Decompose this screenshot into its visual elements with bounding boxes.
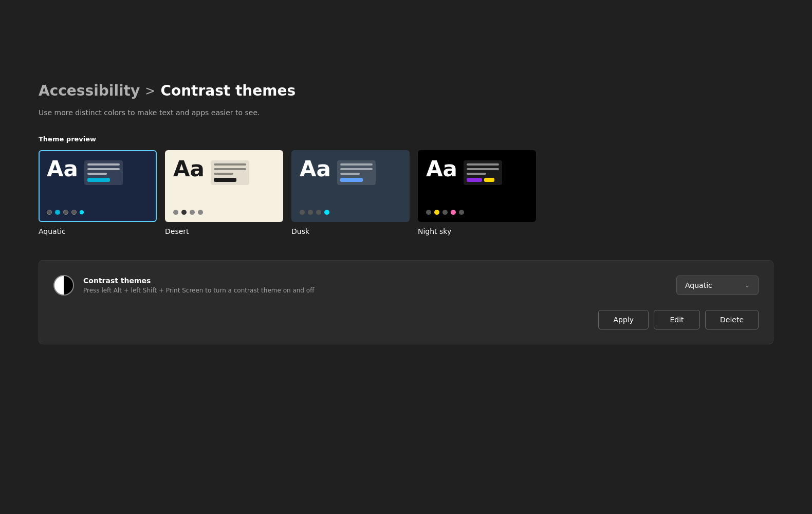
settings-panel: Contrast themes Press left Alt + left Sh… [39,260,773,344]
preview-panel-desert [211,160,249,185]
action-buttons: Apply Edit Delete [53,310,759,329]
preview-aa-desert: Aa [173,158,205,180]
preview-dots-night-sky [426,210,464,215]
preview-dots-desert [173,210,203,215]
dropdown-selected-value: Aquatic [685,281,712,289]
settings-subtitle: Press left Alt + left Shift + Print Scre… [83,287,314,294]
preview-aa-night-sky: Aa [426,158,457,180]
theme-card-desert[interactable]: Aa Desert [165,150,283,235]
breadcrumb: Accessibility > Contrast themes [39,82,773,99]
theme-preview-night-sky[interactable]: Aa [418,150,536,222]
page-subtitle: Use more distinct colors to make text an… [39,108,773,117]
theme-card-dusk[interactable]: Aa Dusk [291,150,410,235]
preview-panel-night-sky [464,160,502,185]
theme-dropdown[interactable]: Aquatic ⌄ [676,276,759,295]
preview-dots-aquatic [47,210,84,215]
breadcrumb-accessibility[interactable]: Accessibility [39,82,140,99]
preview-aa-dusk: Aa [300,158,331,180]
breadcrumb-separator: > [145,84,155,98]
theme-cards: Aa Aquatic [39,150,773,235]
apply-button[interactable]: Apply [598,310,649,329]
preview-dots-dusk [300,210,329,215]
theme-preview-label: Theme preview [39,135,773,143]
theme-name-night-sky: Night sky [418,227,536,235]
chevron-down-icon: ⌄ [745,282,750,289]
settings-left: Contrast themes Press left Alt + left Sh… [53,275,314,296]
settings-text-block: Contrast themes Press left Alt + left Sh… [83,277,314,294]
theme-card-aquatic[interactable]: Aa Aquatic [39,150,157,235]
theme-card-night-sky[interactable]: Aa [418,150,536,235]
theme-preview-aquatic[interactable]: Aa [39,150,157,222]
preview-aa-aquatic: Aa [47,158,78,180]
theme-name-dusk: Dusk [291,227,410,235]
preview-panel-aquatic [84,160,123,185]
theme-preview-desert[interactable]: Aa [165,150,283,222]
preview-panel-dusk [337,160,376,185]
edit-button[interactable]: Edit [654,310,700,329]
settings-title: Contrast themes [83,277,314,285]
page-container: Accessibility > Contrast themes Use more… [0,0,812,344]
breadcrumb-current: Contrast themes [160,82,296,99]
settings-row: Contrast themes Press left Alt + left Sh… [53,275,759,296]
theme-preview-dusk[interactable]: Aa [291,150,410,222]
contrast-icon [53,275,74,296]
theme-name-desert: Desert [165,227,283,235]
theme-name-aquatic: Aquatic [39,227,157,235]
delete-button[interactable]: Delete [705,310,759,329]
